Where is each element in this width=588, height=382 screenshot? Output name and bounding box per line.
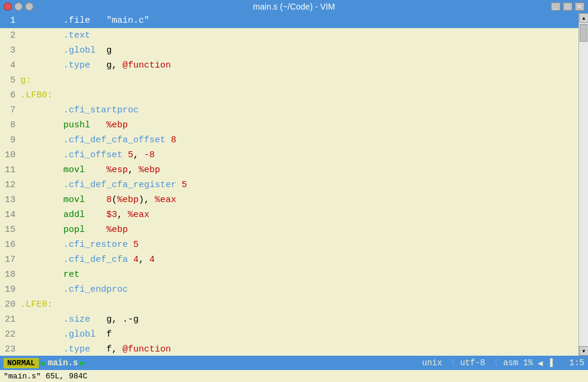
line-content[interactable]: .type f, @function: [20, 344, 578, 355]
file-format: unix: [422, 358, 442, 368]
code-line-12: 12 .cfi_def_cfa_register 5: [0, 178, 578, 192]
bottom-bar: "main.s" 65L, 984C: [0, 370, 588, 382]
line-number: 12: [1, 180, 20, 190]
play-icon: ▶: [41, 359, 45, 368]
line-number: 3: [1, 45, 20, 56]
scroll-handle[interactable]: [580, 24, 587, 42]
line-content[interactable]: .size g, .-g: [20, 314, 578, 325]
window-title: main.s (~/Code) - VIM: [253, 2, 335, 11]
code-line-15: 15 popl %ebp: [0, 222, 578, 237]
code-line-19: 19 .cfi_endproc: [0, 282, 578, 297]
line-number: 21: [1, 314, 20, 325]
line-number: 5: [1, 75, 20, 85]
line-number: 7: [1, 105, 20, 115]
line-content[interactable]: .LFB0:: [20, 90, 578, 100]
line-content[interactable]: .cfi_restore 5: [20, 240, 578, 250]
line-number: 22: [1, 329, 20, 340]
code-line-2: 2 .text: [0, 28, 578, 43]
vim-window: main.s (~/Code) - VIM _ □ ✕ 1 .file "mai…: [0, 0, 588, 382]
code-line-3: 3 .globl g: [0, 43, 578, 58]
close-button[interactable]: [4, 2, 12, 11]
pipe-icon: ▐: [547, 358, 552, 368]
line-content[interactable]: .globl f: [20, 329, 578, 340]
line-number: 11: [1, 165, 20, 175]
line-number: 17: [1, 255, 20, 265]
title-close-btn[interactable]: ✕: [575, 2, 584, 11]
line-number: 2: [1, 30, 20, 41]
mode-badge: NORMAL: [4, 358, 39, 368]
filetype: asm: [503, 358, 518, 368]
line-number: 19: [1, 285, 20, 295]
code-line-23: 23 .type f, @function: [0, 342, 578, 356]
code-line-18: 18 ret: [0, 267, 578, 282]
percent: 1%: [523, 358, 533, 368]
line-content[interactable]: .cfi_def_cfa 4, 4: [20, 255, 578, 265]
line-number: 18: [1, 270, 20, 280]
code-line-6: 6.LFB0:: [0, 88, 578, 103]
chevron1-icon: 〈: [447, 357, 455, 368]
line-number: 14: [1, 210, 20, 220]
line-number: 15: [1, 225, 20, 235]
code-line-16: 16 .cfi_restore 5: [0, 237, 578, 252]
editor-area: 1 .file "main.c"2 .text3 .globl g4 .type…: [0, 13, 588, 356]
cursor-position: 1:5: [569, 358, 584, 368]
scrollbar-vertical[interactable]: ▲ ▼: [578, 13, 588, 356]
code-line-5: 5g:: [0, 73, 578, 88]
line-number: 16: [1, 240, 20, 250]
code-line-1: 1 .file "main.c": [0, 13, 578, 28]
line-number: 13: [1, 195, 20, 205]
minimize-button[interactable]: [14, 2, 23, 11]
line-content[interactable]: addl $3, %eax: [20, 210, 578, 220]
line-content[interactable]: .cfi_offset 5, -8: [20, 150, 578, 160]
code-container[interactable]: 1 .file "main.c"2 .text3 .globl g4 .type…: [0, 13, 578, 356]
code-line-14: 14 addl $3, %eax: [0, 207, 578, 222]
line-content[interactable]: ret: [20, 270, 578, 280]
scroll-indicator: ◀: [538, 358, 543, 368]
line-content[interactable]: .cfi_def_cfa_register 5: [20, 180, 578, 190]
line-number: 23: [1, 344, 20, 355]
line-number: 4: [1, 60, 20, 71]
code-line-7: 7 .cfi_startproc: [0, 103, 578, 118]
line-content[interactable]: movl 8(%ebp), %eax: [20, 195, 578, 205]
line-number: 20: [1, 300, 20, 310]
window-controls[interactable]: [4, 2, 33, 11]
code-line-13: 13 movl 8(%ebp), %eax: [0, 192, 578, 207]
code-line-17: 17 .cfi_def_cfa 4, 4: [0, 252, 578, 267]
line-content[interactable]: g:: [20, 75, 578, 85]
line-content[interactable]: .file "main.c": [20, 16, 578, 26]
status-right: unix 〈 utf-8 〈 asm 1% ◀ ▐ 1:5: [422, 357, 584, 368]
code-line-11: 11 movl %esp, %ebp: [0, 163, 578, 178]
line-content[interactable]: .globl g: [20, 45, 578, 56]
line-content[interactable]: .LFE0:: [20, 300, 578, 310]
line-content[interactable]: .cfi_endproc: [20, 285, 578, 295]
code-line-4: 4 .type g, @function: [0, 58, 578, 73]
maximize-button[interactable]: [25, 2, 33, 11]
title-restore-btn[interactable]: □: [563, 2, 572, 11]
title-minimize-btn[interactable]: _: [551, 2, 561, 11]
arrow-right-icon: ▶: [80, 359, 84, 368]
code-line-10: 10 .cfi_offset 5, -8: [0, 148, 578, 163]
line-content[interactable]: .cfi_startproc: [20, 105, 578, 115]
line-content[interactable]: .cfi_def_cfa_offset 8: [20, 135, 578, 145]
line-content[interactable]: popl %ebp: [20, 225, 578, 235]
scroll-down-button[interactable]: ▼: [579, 346, 588, 356]
line-content[interactable]: .text: [20, 30, 578, 41]
code-line-20: 20.LFE0:: [0, 297, 578, 312]
scroll-track[interactable]: [579, 23, 588, 346]
code-lines: 1 .file "main.c"2 .text3 .globl g4 .type…: [0, 13, 578, 356]
line-content[interactable]: .type g, @function: [20, 60, 578, 71]
line-content[interactable]: movl %esp, %ebp: [20, 165, 578, 175]
line-number: 6: [1, 90, 20, 100]
encoding: utf-8: [460, 358, 485, 368]
title-right-controls[interactable]: _ □ ✕: [551, 2, 584, 11]
code-line-21: 21 .size g, .-g: [0, 312, 578, 327]
status-filename: main.s: [48, 358, 78, 368]
chevron2-icon: 〈: [490, 357, 498, 368]
file-info: "main.s" 65L, 984C: [4, 372, 87, 381]
scroll-up-button[interactable]: ▲: [579, 13, 588, 23]
line-number: 8: [1, 120, 20, 130]
title-bar: main.s (~/Code) - VIM _ □ ✕: [0, 0, 588, 13]
line-number: 9: [1, 135, 20, 145]
line-number: 1: [1, 16, 20, 26]
line-content[interactable]: pushl %ebp: [20, 120, 578, 130]
